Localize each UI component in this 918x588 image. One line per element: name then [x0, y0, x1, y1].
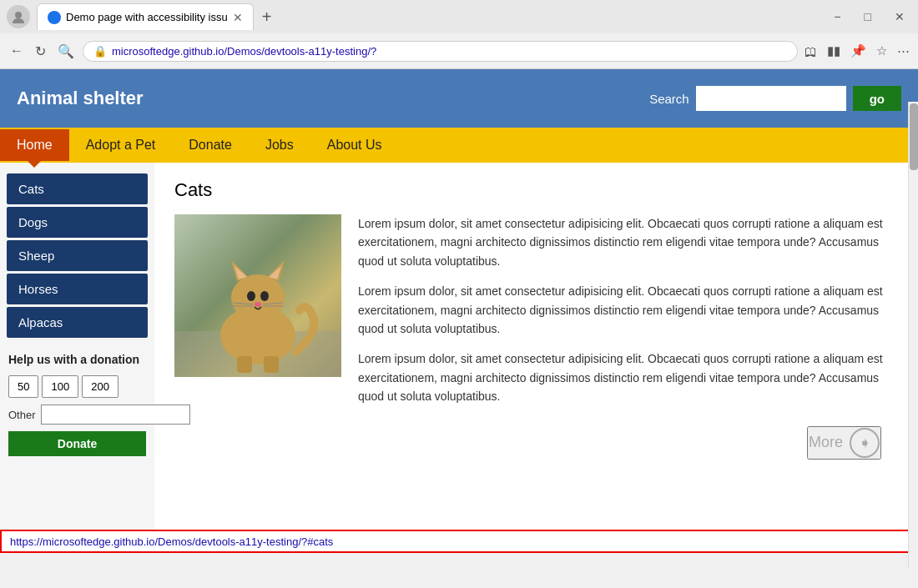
nav-item-jobs[interactable]: Jobs	[249, 129, 310, 161]
amount-50-button[interactable]: 50	[8, 375, 38, 398]
maximize-button[interactable]: □	[858, 8, 878, 25]
other-label: Other	[8, 409, 36, 421]
sidebar-item-horses[interactable]: Horses	[7, 274, 148, 304]
browser-window: Demo page with accessibility issu ✕ + − …	[0, 0, 918, 588]
svg-point-9	[247, 291, 255, 301]
search-section: Search go	[649, 86, 901, 111]
close-button[interactable]: ✕	[888, 8, 911, 25]
address-input-wrapper: 🔒 microsoftedge.github.io/Demos/devtools…	[83, 41, 798, 62]
scrollbar-thumb[interactable]	[910, 103, 918, 170]
new-tab-button[interactable]: +	[257, 8, 277, 27]
go-button[interactable]: go	[853, 86, 901, 111]
other-row: Other	[8, 405, 146, 425]
title-bar: Demo page with accessibility issu ✕ + − …	[0, 0, 918, 33]
immersive-reader-button[interactable]: ▮▮	[825, 42, 842, 60]
sidebar-item-cats[interactable]: Cats	[7, 173, 148, 204]
tab-bar: Demo page with accessibility issu ✕ +	[37, 3, 276, 30]
search-input[interactable]	[696, 86, 846, 111]
status-bar: https://microsoftedge.github.io/Demos/de…	[0, 530, 918, 553]
content-para-3: Lorem ipsum dolor, sit amet consectetur …	[358, 349, 898, 405]
content-para-2: Lorem ipsum dolor, sit amet consectetur …	[358, 282, 898, 338]
svg-point-4	[231, 274, 285, 321]
refresh-button[interactable]: ↻	[32, 40, 49, 63]
donate-button[interactable]: Donate	[8, 431, 146, 456]
minimize-button[interactable]: −	[827, 8, 847, 25]
sidebar-item-alpacas[interactable]: Alpacas	[7, 307, 148, 338]
sidebar: Cats Dogs Sheep Horses Alpacas Help us w…	[0, 163, 154, 530]
address-bar: ← ↻ 🔍 🔒 microsoftedge.github.io/Demos/de…	[0, 33, 918, 68]
donation-amounts: 50 100 200	[8, 375, 146, 398]
website: Animal shelter Search go Home Adopt a Pe…	[0, 68, 918, 530]
back-button[interactable]: ←	[7, 40, 27, 62]
pin-button[interactable]: 📌	[849, 42, 868, 60]
more-section: More ➧	[174, 418, 898, 468]
sidebar-item-sheep[interactable]: Sheep	[7, 240, 148, 271]
favorites-button[interactable]: ☆	[875, 42, 889, 60]
sidebar-item-dogs[interactable]: Dogs	[7, 207, 148, 238]
nav-item-home[interactable]: Home	[0, 129, 69, 161]
svg-rect-16	[237, 356, 252, 373]
amount-100-button[interactable]: 100	[42, 375, 78, 398]
svg-point-11	[255, 302, 261, 307]
more-tools-button[interactable]: ⋯	[895, 42, 911, 60]
address-icons: 🕮 ▮▮ 📌 ☆ ⋯	[803, 42, 911, 60]
amount-200-button[interactable]: 200	[82, 375, 119, 398]
more-label: More	[809, 434, 843, 451]
tab-close-button[interactable]: ✕	[233, 11, 243, 24]
content-area: Cats	[154, 163, 918, 530]
read-aloud-button[interactable]: 🕮	[803, 43, 819, 60]
search-label: Search	[649, 92, 689, 106]
tab-title: Demo page with accessibility issu	[66, 11, 228, 23]
svg-point-0	[15, 12, 22, 18]
profile-icon[interactable]	[7, 5, 30, 28]
window-controls: − □ ✕	[827, 8, 911, 25]
content-para-1: Lorem ipsum dolor, sit amet consectetur …	[358, 214, 898, 270]
status-url: https://microsoftedge.github.io/Demos/de…	[10, 535, 333, 548]
donation-title: Help us with a donation	[8, 352, 146, 367]
lock-icon: 🔒	[93, 45, 107, 58]
tab-favicon	[48, 11, 61, 24]
nav-item-adopt[interactable]: Adopt a Pet	[69, 129, 173, 161]
scrollbar[interactable]	[908, 102, 918, 569]
cat-image	[174, 214, 341, 377]
nav-item-donate[interactable]: Donate	[172, 129, 249, 161]
site-header: Animal shelter Search go	[0, 69, 918, 128]
site-title: Animal shelter	[17, 88, 649, 109]
address-text[interactable]: microsoftedge.github.io/Demos/devtools-a…	[112, 45, 787, 58]
content-body: Lorem ipsum dolor, sit amet consectetur …	[174, 214, 898, 418]
content-heading: Cats	[174, 179, 898, 201]
donation-section: Help us with a donation 50 100 200 Other…	[0, 340, 154, 465]
active-tab[interactable]: Demo page with accessibility issu ✕	[37, 3, 254, 30]
more-button[interactable]: More ➧	[807, 426, 881, 460]
text-content: Lorem ipsum dolor, sit amet consectetur …	[358, 214, 898, 418]
nav-item-about[interactable]: About Us	[310, 129, 399, 161]
main-content: Cats Dogs Sheep Horses Alpacas Help us w…	[0, 163, 918, 530]
svg-point-10	[260, 291, 269, 301]
site-nav: Home Adopt a Pet Donate Jobs About Us	[0, 128, 918, 163]
cat-svg	[174, 214, 341, 377]
search-button[interactable]: 🔍	[54, 40, 78, 63]
more-circle-icon: ➧	[850, 428, 880, 458]
svg-rect-17	[264, 356, 279, 373]
